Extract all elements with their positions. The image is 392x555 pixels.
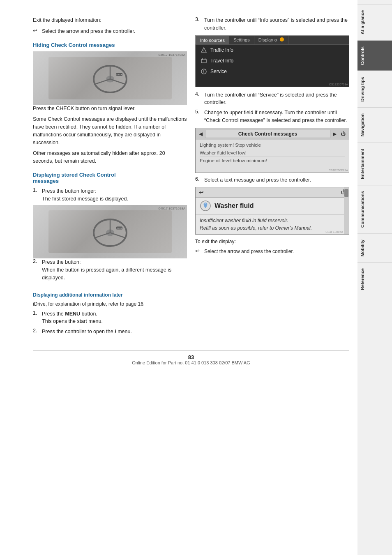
add-step1-text: Press the MENU button. This opens the st…: [42, 310, 187, 326]
traffic-icon: !: [201, 47, 207, 53]
cc-messages-list: Lighting system! Stop vehicle Washer flu…: [196, 140, 349, 166]
svg-text:CHECK: CHECK: [116, 227, 122, 229]
menu-item-travel[interactable]: Travel Info: [196, 55, 349, 66]
ui-spacer: [196, 77, 349, 87]
right-step6-num: 6.: [195, 176, 202, 182]
hiding-heading: Hiding Check Control messages: [33, 42, 187, 48]
ui1-label: CS1E230703A: [329, 83, 348, 86]
washer-fluid-box: ↩ ⏻ Washer fluid: [195, 187, 349, 235]
right-step-3: 3. Turn the controller until “Info sourc…: [195, 16, 349, 32]
right-step5-text: Change to upper field if necessary. Turn…: [204, 109, 349, 124]
displaying-heading: Displaying stored Check Control messages: [33, 172, 187, 184]
right-exit-label: To exit the display:: [195, 238, 349, 245]
cc-msg-2: Engine oil level below minimum!: [200, 157, 345, 164]
wf-back-icon: ↩: [199, 189, 204, 196]
exit-arrow-text: Select the arrow and press the controlle…: [42, 28, 135, 35]
steering-wheel-svg-2: CHECK: [90, 213, 131, 250]
sidebar-tab-communications[interactable]: Communications: [357, 185, 392, 233]
service-icon: [201, 68, 207, 75]
cc-spacer: [196, 166, 349, 173]
menu-item-traffic[interactable]: ! Traffic Info: [196, 45, 349, 55]
cc-power-icon: ⏻: [341, 131, 346, 137]
right-step5-num: 5.: [195, 109, 202, 115]
menu-bold: MENU: [65, 311, 80, 317]
separator-1: [33, 287, 187, 287]
ui-tab-info-sources[interactable]: Info sources: [196, 36, 229, 44]
exit-info-label: Exit the displayed information:: [33, 16, 187, 24]
right-step4-num: 4.: [195, 91, 202, 97]
right-step-5: 5. Change to upper field if necessary. T…: [195, 109, 349, 124]
hiding-body2: Some Check Control messages are displaye…: [33, 115, 187, 146]
sidebar-tab-driving-tips[interactable]: Driving tips: [357, 71, 392, 108]
travel-icon: [201, 58, 207, 64]
add-step-1: 1. Press the MENU button. This opens the…: [33, 310, 187, 326]
cc-messages-box: ◀ Check Control messages ▶ ⏻ Lighting sy…: [195, 128, 349, 173]
sidebar-tab-entertainment[interactable]: Entertainment: [357, 143, 392, 185]
hiding-body3: Other messages are automatically hidden …: [33, 150, 187, 165]
wf-title-text: Washer fluid: [214, 202, 254, 210]
tab-dot-icon: [280, 37, 284, 41]
sidebar-tab-navigation[interactable]: Navigation: [357, 107, 392, 142]
menu-item-service[interactable]: Service: [196, 66, 349, 77]
step2-text: Press the button: When the button is pre…: [42, 258, 187, 281]
svg-rect-16: [201, 59, 206, 63]
svg-text:!: !: [203, 49, 204, 53]
sidebar-tab-reference[interactable]: Reference: [357, 262, 392, 296]
car-img-inner: CHECK: [48, 57, 172, 99]
cc-label: CS1E230E89A: [329, 169, 348, 172]
sidebar-tab-mobility[interactable]: Mobility: [357, 233, 392, 263]
wf-scrollbar[interactable]: [344, 187, 349, 234]
add-step-2: 2. Press the controller to open the i me…: [33, 328, 187, 336]
step1-num: 1.: [33, 187, 39, 193]
footer-text: Online Edition for Part no. 01 41 0 013 …: [132, 360, 250, 365]
car-img2-inner: CHECK: [48, 210, 172, 253]
step2-num: 2.: [33, 258, 39, 264]
car-img-label-top: 04917 10371698A: [159, 53, 185, 57]
left-col-top: Exit the displayed information: ↩ Select…: [33, 16, 187, 338]
steering-wheel-svg: CHECK: [90, 60, 131, 97]
right-step-4: 4. Turn the controller until “Service” i…: [195, 91, 349, 107]
cc-msg-0: Lighting system! Stop vehicle: [200, 141, 345, 149]
washer-svg: [200, 200, 211, 212]
car-image-2: 04917 10371698A CHECK: [33, 205, 187, 258]
svg-text:CHECK: CHECK: [116, 74, 122, 76]
right-step3-num: 3.: [195, 16, 202, 22]
right-step-6: 6. Select a text message and press the c…: [195, 176, 349, 184]
cc-title-label: Check Control messages: [205, 130, 330, 138]
ui-tabs-row: Info sources Settings Display o: [196, 36, 349, 45]
right-sidebar: At a glance Controls Driving tips Naviga…: [357, 0, 392, 555]
top-section: Exit the displayed information: ↩ Select…: [33, 16, 349, 338]
page-container: Exit the displayed information: ↩ Select…: [0, 0, 392, 555]
right-step3-text: Turn the controller until “Info sources”…: [204, 16, 349, 32]
exit-arrow-bullet: ↩ Select the arrow and press the control…: [33, 28, 187, 35]
add-step1-num: 1.: [33, 310, 39, 316]
page-footer: 83 Online Edition for Part no. 01 41 0 0…: [33, 350, 349, 365]
right-exit-arrow-icon: ↩: [195, 248, 203, 254]
car-img2-label-top: 04917 10371698A: [159, 207, 185, 210]
cc-msg-1: Washer fluid level low!: [200, 149, 345, 157]
right-col: 3. Turn the controller until “Info sourc…: [195, 16, 349, 338]
main-content: Exit the displayed information: ↩ Select…: [0, 0, 357, 555]
wf-label: CS1FE3606A: [325, 230, 343, 233]
ui-tab-display[interactable]: Display o: [254, 36, 288, 44]
sidebar-tab-at-a-glance[interactable]: At a glance: [357, 4, 392, 40]
arrow-left-icon: ↩: [33, 28, 40, 34]
additional-heading: Displaying additional information later: [33, 292, 187, 298]
ui-box-info-sources: Info sources Settings Display o: [195, 35, 349, 87]
step-2: 2. Press the button: When the button is …: [33, 258, 187, 281]
additional-body: iDrive, for explanation of principle, re…: [33, 300, 187, 308]
svg-point-21: [203, 72, 204, 73]
add-step2-text: Press the controller to open the i menu.: [42, 328, 187, 336]
wf-title-row: Washer fluid: [196, 198, 349, 214]
car-image-1: 04917 10371698A: [33, 51, 187, 105]
wf-header: ↩ ⏻: [196, 187, 349, 198]
right-step4-text: Turn the controller until “Service” is s…: [204, 91, 349, 107]
ui-tab-settings[interactable]: Settings: [229, 36, 254, 44]
right-step6-text: Select a text message and press the cont…: [204, 176, 349, 184]
washer-fluid-icon: [200, 200, 211, 212]
step-1: 1. Press the button longer: The first st…: [33, 187, 187, 203]
sidebar-tab-controls[interactable]: Controls: [357, 40, 392, 71]
step1-text: Press the button longer: The first store…: [42, 187, 187, 203]
right-exit-arrow: ↩ Select the arrow and press the control…: [195, 248, 349, 255]
wf-description: Insufficient washer fluid in fluid reser…: [200, 217, 345, 232]
